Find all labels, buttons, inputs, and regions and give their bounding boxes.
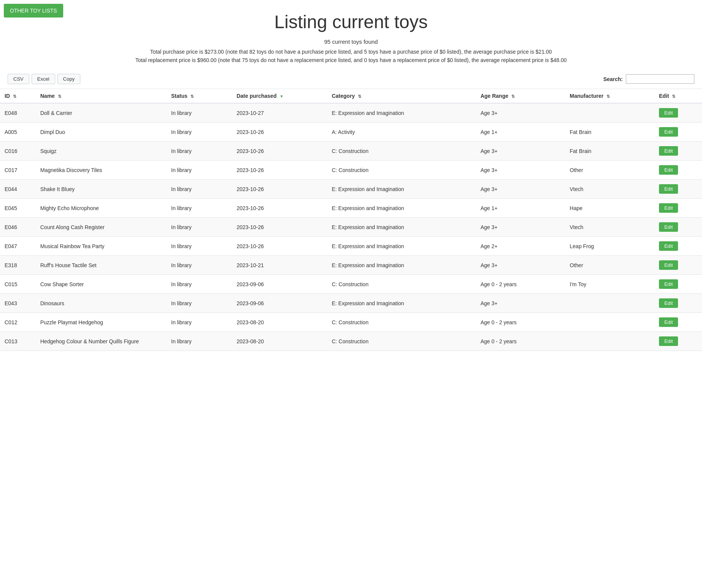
edit-button[interactable]: Edit [659, 317, 678, 327]
col-header-category[interactable]: Category ⇅ [327, 89, 476, 104]
cell-id: E043 [0, 294, 36, 313]
cell-status: In library [167, 275, 232, 294]
cell-edit: Edit [654, 103, 702, 123]
cell-edit: Edit [654, 142, 702, 161]
edit-button[interactable]: Edit [659, 279, 678, 289]
cell-status: In library [167, 332, 232, 351]
cell-age_range: Age 3+ [476, 180, 565, 199]
cell-id: E044 [0, 180, 36, 199]
cell-id: E047 [0, 237, 36, 256]
cell-age_range: Age 1+ [476, 123, 565, 142]
cell-manufacturer [565, 103, 654, 123]
edit-button[interactable]: Edit [659, 203, 678, 213]
cell-date_purchased: 2023-10-26 [232, 161, 327, 180]
sort-icon-age: ⇅ [511, 94, 515, 99]
cell-name: Magnetika Discovery Tiles [36, 161, 167, 180]
col-header-manufacturer[interactable]: Manufacturer ⇅ [565, 89, 654, 104]
cell-name: Puzzle Playmat Hedgehog [36, 313, 167, 332]
table-row: C012Puzzle Playmat HedgehogIn library202… [0, 313, 702, 332]
col-header-name[interactable]: Name ⇅ [36, 89, 167, 104]
edit-button[interactable]: Edit [659, 241, 678, 251]
col-header-edit[interactable]: Edit ⇅ [654, 89, 702, 104]
sort-icon-category: ⇅ [358, 94, 361, 99]
cell-id: C012 [0, 313, 36, 332]
cell-id: A005 [0, 123, 36, 142]
cell-name: Hedgehog Colour & Number Quills Figure [36, 332, 167, 351]
edit-button[interactable]: Edit [659, 146, 678, 156]
cell-edit: Edit [654, 161, 702, 180]
edit-button[interactable]: Edit [659, 298, 678, 308]
table-row: C017Magnetika Discovery TilesIn library2… [0, 161, 702, 180]
cell-edit: Edit [654, 294, 702, 313]
cell-category: C: Construction [327, 275, 476, 294]
table-row: C015Cow Shape SorterIn library2023-09-06… [0, 275, 702, 294]
cell-manufacturer [565, 294, 654, 313]
cell-name: Doll & Carrier [36, 103, 167, 123]
table-row: E048Doll & CarrierIn library2023-10-27E:… [0, 103, 702, 123]
cell-date_purchased: 2023-10-26 [232, 218, 327, 237]
cell-date_purchased: 2023-08-20 [232, 332, 327, 351]
edit-button[interactable]: Edit [659, 336, 678, 346]
edit-button[interactable]: Edit [659, 222, 678, 232]
cell-category: E: Expression and Imagination [327, 218, 476, 237]
cell-category: E: Expression and Imagination [327, 237, 476, 256]
col-header-date[interactable]: Date purchased ▼ [232, 89, 327, 104]
excel-button[interactable]: Excel [32, 74, 55, 84]
col-header-age[interactable]: Age Range ⇅ [476, 89, 565, 104]
edit-button[interactable]: Edit [659, 260, 678, 270]
cell-status: In library [167, 237, 232, 256]
cell-manufacturer: Hape [565, 199, 654, 218]
cell-manufacturer: Leap Frog [565, 237, 654, 256]
cell-date_purchased: 2023-10-26 [232, 180, 327, 199]
table-row: C016SquigzIn library2023-10-26C: Constru… [0, 142, 702, 161]
cell-age_range: Age 3+ [476, 161, 565, 180]
sort-icon-name: ⇅ [58, 94, 61, 99]
cell-id: E048 [0, 103, 36, 123]
cell-age_range: Age 3+ [476, 218, 565, 237]
cell-id: C017 [0, 161, 36, 180]
edit-button[interactable]: Edit [659, 108, 678, 118]
cell-edit: Edit [654, 256, 702, 275]
cell-age_range: Age 1+ [476, 199, 565, 218]
sort-icon-status: ⇅ [190, 94, 194, 99]
other-toy-lists-button[interactable]: OTHER TOY LISTS [4, 4, 63, 18]
cell-manufacturer: Other [565, 256, 654, 275]
cell-edit: Edit [654, 332, 702, 351]
cell-manufacturer [565, 332, 654, 351]
table-row: E043DinosaursIn library2023-09-06E: Expr… [0, 294, 702, 313]
purchase-price-summary: Total purchase price is $273.00 (note th… [8, 49, 694, 55]
replacement-price-summary: Total replacement price is $960.00 (note… [8, 57, 694, 63]
cell-status: In library [167, 199, 232, 218]
search-input[interactable] [626, 74, 694, 84]
cell-age_range: Age 3+ [476, 294, 565, 313]
cell-edit: Edit [654, 313, 702, 332]
csv-button[interactable]: CSV [8, 74, 29, 84]
cell-status: In library [167, 142, 232, 161]
cell-status: In library [167, 294, 232, 313]
cell-date_purchased: 2023-10-26 [232, 237, 327, 256]
col-header-id[interactable]: ID ⇅ [0, 89, 36, 104]
sort-icon-manufacturer: ⇅ [606, 94, 610, 99]
cell-manufacturer: Fat Brain [565, 123, 654, 142]
cell-date_purchased: 2023-08-20 [232, 313, 327, 332]
cell-edit: Edit [654, 123, 702, 142]
sort-icon-edit: ⇅ [672, 94, 675, 99]
cell-manufacturer: I'm Toy [565, 275, 654, 294]
cell-age_range: Age 0 - 2 years [476, 332, 565, 351]
cell-category: E: Expression and Imagination [327, 180, 476, 199]
summary-count: 95 current toys found [8, 38, 694, 45]
cell-status: In library [167, 103, 232, 123]
table-header-row: ID ⇅ Name ⇅ Status ⇅ Date purchased ▼ Ca… [0, 89, 702, 104]
cell-name: Mighty Echo Microphone [36, 199, 167, 218]
copy-button[interactable]: Copy [57, 74, 80, 84]
sort-icon-id: ⇅ [13, 94, 16, 99]
cell-name: Ruff's House Tactile Set [36, 256, 167, 275]
cell-date_purchased: 2023-10-26 [232, 123, 327, 142]
col-header-status[interactable]: Status ⇅ [167, 89, 232, 104]
edit-button[interactable]: Edit [659, 127, 678, 137]
cell-id: C016 [0, 142, 36, 161]
edit-button[interactable]: Edit [659, 184, 678, 194]
cell-age_range: Age 2+ [476, 237, 565, 256]
edit-button[interactable]: Edit [659, 165, 678, 175]
cell-id: E046 [0, 218, 36, 237]
